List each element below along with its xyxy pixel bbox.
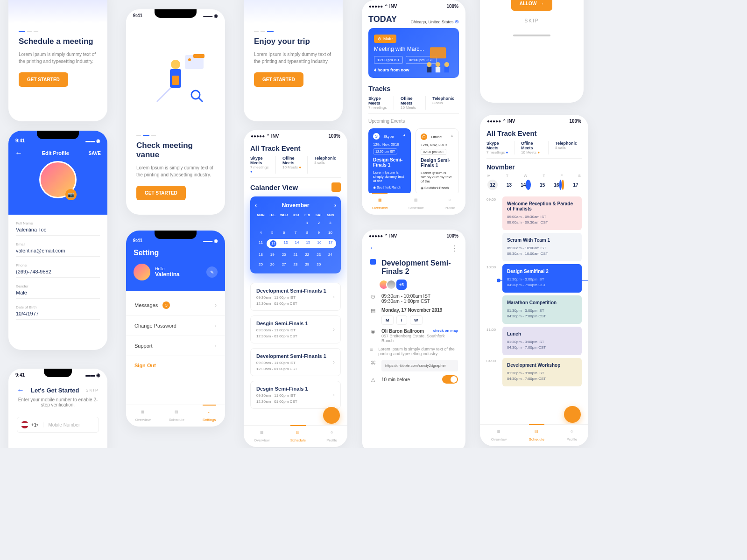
next-month-icon[interactable]: › [334,202,336,209]
status-bar: ●●●●● ⌃ INV100% [480,115,588,126]
nav-settings[interactable]: ⛬Settings [203,405,216,422]
svg-rect-8 [430,47,446,58]
get-started-button[interactable]: GET STARTED [19,72,68,87]
get-started-button[interactable]: GET STARTED [254,72,303,87]
allow-button[interactable]: ALLOW → [511,0,553,11]
bell-icon: ▲ [402,133,406,137]
offline-icon: O [421,133,427,140]
prev-month-icon[interactable]: ‹ [255,202,257,209]
day-w[interactable]: W [410,315,423,325]
nav-overview[interactable]: ▦Overview [491,429,507,441]
nav-overview[interactable]: ▦Overview [135,410,150,422]
tab-skype[interactable]: Skype Meets7 meetings ● [250,156,276,174]
save-button[interactable]: SAVE [89,151,101,156]
svg-point-11 [444,62,449,67]
more-icon[interactable]: ⋮ [451,240,458,257]
calendar-view-label: Calander View [250,183,298,191]
notes-icon: ≡ [369,347,374,356]
event-card-skype[interactable]: S Skype ▲ 12th, Nov, 2019 12:00 pm IST D… [368,128,411,195]
nav-schedule[interactable]: ▤Schedule [409,198,424,210]
skip-button[interactable]: SKIP [85,388,99,392]
location-icon: ◉ [369,329,377,343]
camera-icon[interactable]: 📷 [65,189,77,200]
get-started-button[interactable]: GET STARTED [136,186,186,200]
bell-icon: ▲ [450,133,454,138]
field-name[interactable]: Full NameValentina Toe [16,221,100,236]
skip-button[interactable]: SKIP [492,18,572,23]
check-map-link[interactable]: check on map [433,329,458,333]
field-dob[interactable]: Date of Birth10/4/1977 [16,305,100,320]
attendees[interactable]: +5 [381,280,407,290]
tab-skype[interactable]: Skype Meets7 meetings ● [486,141,514,154]
url-field[interactable]: https://dribbble.com/sandy2dgrapher [381,360,458,371]
reminder-toggle[interactable] [442,375,458,384]
mute-button[interactable]: ⊘ Mute [374,35,396,43]
timeline-card[interactable]: Lunch01:30pm - 3:00pm IST04:30pm - 7:00p… [502,327,582,355]
menu-change-password[interactable]: Change Password› [126,316,225,336]
timeline-card[interactable]: Design Semifinal 201:30pm - 3:00pm IST04… [502,264,582,293]
nav-schedule[interactable]: ▤Schedule [169,410,184,422]
today-card[interactable]: ⊘ Mute Meeting with Marc... 12:00 pm IST… [368,28,459,78]
flag-icon [21,421,28,428]
day-t[interactable]: T [396,315,408,325]
event-title: Development Semi-Finals 2 [381,259,458,276]
nav-schedule[interactable]: ▤Schedule [290,425,306,442]
day-selector[interactable]: 12 13 14 15 16 17 [486,180,582,190]
tab-offline[interactable]: Ofline Meets10 Meets ● [521,141,549,154]
nav-profile[interactable]: ☺Profile [326,430,337,442]
page-title: Let's Get Started [31,387,79,394]
nav-profile[interactable]: ☺Profile [567,429,578,441]
tab-telephonic[interactable]: Telephonic8 calls [555,141,582,154]
badge: 3 [162,301,170,309]
event-item[interactable]: Development Semi-Finanls 109:30am - 11:0… [250,283,341,311]
title: Check meeting vanue [136,141,215,160]
nav-overview[interactable]: ▦Overview [254,430,269,442]
phone-input[interactable]: +1▾ Mobile Number [17,417,99,433]
field-gender[interactable]: GenderMale [16,284,100,299]
today-screen: ●●●●● ⌃ INV100% TODAY Chicago, United St… [362,0,465,215]
menu-messages[interactable]: Messages3› [126,295,225,316]
event-item[interactable]: Desgin Semi-Finals 109:30am - 11:00pm IS… [250,381,341,409]
day-m[interactable]: M [381,315,394,325]
calendar-icon[interactable] [331,182,341,192]
timeline-card[interactable]: Scrum With Team 109:30am - 10:00am IST09… [502,233,582,261]
back-icon[interactable]: ← [369,240,376,255]
fab-add[interactable] [564,406,581,423]
tab-telephonic[interactable]: Telephonic8 calls [314,156,341,174]
timeline-card[interactable]: Development Workshop01:30pm - 3:00pm IST… [502,358,582,386]
timeline-card[interactable]: Welcome Reception & Parade of Finalists0… [502,196,582,230]
pager [136,135,215,136]
nav-schedule[interactable]: ▤Schedule [529,424,544,441]
calendar-widget: ‹ November › MONTUEWEDTHUFRISATSUN 123 4… [250,196,341,273]
link-icon: ⌘ [369,360,377,371]
edit-icon[interactable]: ✎ [206,266,218,278]
month-label: November [282,202,310,209]
nav-overview[interactable]: ▦Overview [372,193,388,210]
nav-profile[interactable]: ☺Profile [444,198,455,210]
tab-offline[interactable]: Ofline Meets10 Meets [401,96,426,110]
bottom-nav: ▦Overview ▤Schedule ⛬Settings [126,405,225,427]
svg-rect-4 [193,54,204,58]
tab-offline[interactable]: Ofline Meets10 Meets ● [282,156,308,174]
menu-support[interactable]: Support› [126,336,225,356]
event-card-offline[interactable]: O Offline ▲ 12th, Nov, 2019 02:00 pm CST… [416,128,459,195]
bottom-nav: ▦Overview ▤Schedule ☺Profile [244,425,347,447]
bottom-nav: ▦Overview ▤Schedule ☺Profile [480,424,588,446]
back-icon[interactable]: ← [15,149,22,157]
illustration [126,20,225,127]
tracks-heading: Tracks [368,84,459,92]
tab-skype[interactable]: Skype Meets7 meetings [368,96,394,110]
tab-telephonic[interactable]: Telephonic8 calls [432,96,459,110]
square-icon [370,259,376,265]
field-email[interactable]: Emailvalentina@email.com [16,242,100,257]
field-phone[interactable]: Phone(269)-748-9882 [16,263,100,278]
fab-add[interactable] [323,407,340,424]
event-item[interactable]: Development Semi-Finanls 109:30am - 11:0… [250,348,341,376]
timeline-card[interactable]: Marathon Competition01:30pm - 3:00pm IST… [502,295,582,324]
back-icon[interactable]: ← [17,386,24,394]
signout-button[interactable]: Sign Out [126,356,225,375]
desc: Lorem Ipsum is simply dummy text of the … [254,51,332,65]
event-item[interactable]: Desgin Semi-Finals 109:30am - 11:00pm IS… [250,315,341,343]
location-icon: ⦿ [455,20,459,24]
avatar [134,264,150,280]
